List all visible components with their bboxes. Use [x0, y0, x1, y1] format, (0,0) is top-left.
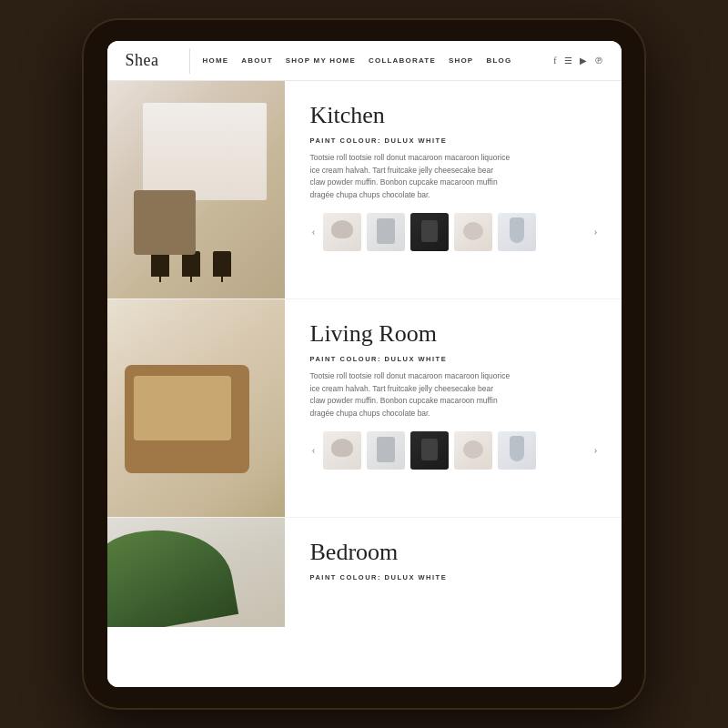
- nav-shop[interactable]: SHOP: [449, 56, 473, 65]
- twitter-icon[interactable]: ▶: [580, 56, 587, 66]
- living-room-section: Living Room PAINT COLOUR: DULUX WHITE To…: [107, 299, 622, 518]
- living-room-photo: [107, 299, 285, 517]
- kitchen-section: Kitchen PAINT COLOUR: DULUX WHITE Tootsi…: [107, 81, 622, 299]
- carousel-prev[interactable]: ‹: [310, 223, 318, 240]
- kitchen-photo: [107, 81, 285, 298]
- lr-product-thumb-2[interactable]: [367, 431, 405, 470]
- living-room-image: [107, 299, 285, 517]
- kitchen-stools: [151, 251, 231, 277]
- nav-collaborate[interactable]: COLLABORATE: [369, 56, 436, 65]
- kitchen-carousel: ‹ ›: [310, 213, 600, 251]
- tablet-screen: Shea HOME ABOUT SHOP MY HOME COLLABORATE…: [107, 41, 622, 687]
- product-thumb-3[interactable]: [410, 213, 449, 251]
- lr-carousel-prev[interactable]: ‹: [310, 441, 318, 459]
- nav-social-icons: f ☰ ▶ ℗: [553, 56, 602, 66]
- stool-3: [213, 251, 231, 277]
- kitchen-paint-label: PAINT COLOUR: DULUX WHITE: [310, 136, 600, 145]
- bedroom-image: [107, 518, 285, 627]
- living-room-carousel: ‹ ›: [310, 431, 600, 470]
- product-thumb-2[interactable]: [367, 213, 405, 251]
- page-content: Kitchen PAINT COLOUR: DULUX WHITE Tootsi…: [107, 81, 622, 687]
- product-thumb-1[interactable]: [323, 213, 361, 251]
- product-thumb-5[interactable]: [498, 213, 536, 251]
- living-room-paint-label: PAINT COLOUR: DULUX WHITE: [310, 355, 600, 363]
- stool-2: [182, 251, 200, 277]
- nav-home[interactable]: HOME: [203, 56, 229, 65]
- nav-shop-my-home[interactable]: SHOP MY HOME: [286, 56, 356, 65]
- pinterest-icon[interactable]: ℗: [594, 56, 603, 66]
- bedroom-title: Bedroom: [310, 538, 600, 566]
- lr-product-thumb-3[interactable]: [410, 431, 449, 470]
- living-room-info: Living Room PAINT COLOUR: DULUX WHITE To…: [285, 299, 622, 517]
- lr-product-thumb-5[interactable]: [498, 431, 536, 470]
- kitchen-info: Kitchen PAINT COLOUR: DULUX WHITE Tootsi…: [285, 81, 622, 298]
- navigation: Shea HOME ABOUT SHOP MY HOME COLLABORATE…: [107, 41, 622, 81]
- living-room-description: Tootsie roll tootsie roll donut macaroon…: [310, 370, 511, 420]
- lr-carousel-next[interactable]: ›: [592, 441, 600, 459]
- living-room-title: Living Room: [310, 319, 600, 348]
- tablet-device: Shea HOME ABOUT SHOP MY HOME COLLABORATE…: [82, 18, 646, 710]
- facebook-icon[interactable]: f: [553, 56, 556, 66]
- bedroom-section: Bedroom PAINT COLOUR: DULUX WHITE: [107, 518, 622, 627]
- lr-product-thumb-1[interactable]: [323, 431, 361, 470]
- site-logo: Shea: [126, 51, 189, 70]
- kitchen-description: Tootsie roll tootsie roll donut macaroon…: [310, 152, 511, 201]
- bedroom-photo: [107, 518, 285, 627]
- living-room-products: [323, 431, 587, 470]
- kitchen-image: [107, 81, 285, 298]
- nav-divider: [189, 48, 190, 74]
- kitchen-title: Kitchen: [310, 101, 600, 129]
- instagram-icon[interactable]: ☰: [564, 56, 572, 66]
- nav-about[interactable]: ABOUT: [241, 56, 272, 65]
- nav-links: HOME ABOUT SHOP MY HOME COLLABORATE SHOP…: [203, 56, 554, 65]
- bedroom-paint-label: PAINT COLOUR: DULUX WHITE: [310, 573, 600, 581]
- bedroom-info: Bedroom PAINT COLOUR: DULUX WHITE: [285, 518, 622, 627]
- nav-blog[interactable]: BLOG: [486, 56, 511, 65]
- carousel-next[interactable]: ›: [592, 223, 600, 240]
- product-thumb-4[interactable]: [454, 213, 492, 251]
- stool-1: [151, 251, 169, 277]
- kitchen-products: [323, 213, 587, 251]
- lr-product-thumb-4[interactable]: [454, 431, 492, 470]
